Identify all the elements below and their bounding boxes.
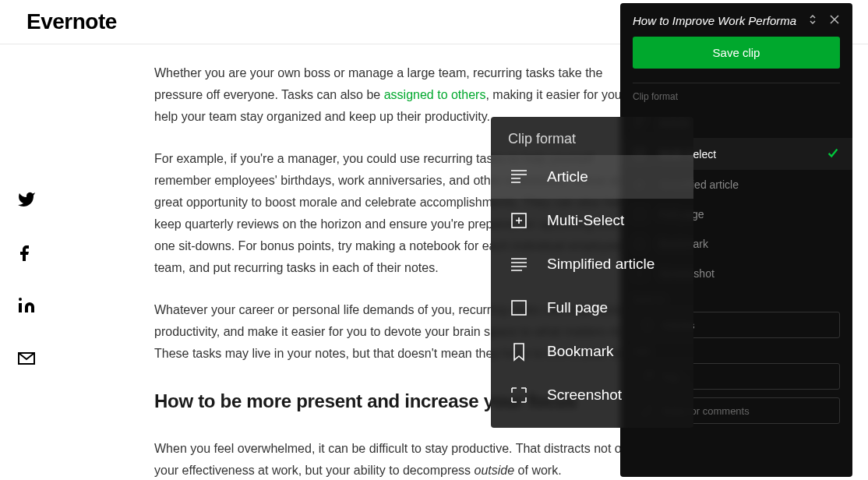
clipper-header: How to Improve Work Performan — [620, 3, 852, 37]
paragraph: When you feel overwhelmed, it can be dif… — [154, 438, 653, 480]
linkedin-icon[interactable] — [17, 296, 36, 318]
simplified-icon — [508, 253, 530, 275]
popup-option-screenshot[interactable]: Screenshot — [491, 373, 693, 417]
option-label: Multi-Select — [547, 212, 624, 229]
brand-name: Evernote — [26, 9, 117, 34]
facebook-icon[interactable] — [17, 243, 36, 265]
svg-rect-5 — [512, 301, 526, 315]
twitter-icon[interactable] — [17, 190, 36, 212]
text-italic: outside — [475, 464, 515, 477]
popup-option-article[interactable]: Article — [491, 155, 693, 199]
popup-option-multiselect[interactable]: Multi-Select — [491, 199, 693, 242]
clip-title: How to Improve Work Performan — [633, 14, 796, 27]
brand-logo[interactable]: Evernote — [20, 9, 117, 34]
social-share-bar — [17, 190, 36, 371]
option-label: Bookmark — [547, 343, 614, 360]
option-label: Screenshot — [547, 386, 622, 404]
popup-option-bookmark[interactable]: Bookmark — [491, 330, 693, 373]
divider — [633, 83, 840, 83]
clip-format-popup: Clip format Article Multi-Select Simplif… — [491, 117, 693, 428]
article-icon — [508, 166, 530, 188]
screenshot-icon — [508, 384, 530, 406]
option-label: Full page — [547, 299, 608, 316]
assigned-to-others-link[interactable]: assigned to others — [384, 88, 486, 101]
email-icon[interactable] — [17, 349, 36, 371]
close-icon[interactable] — [829, 14, 840, 27]
text: When you feel overwhelmed, it can be dif… — [154, 442, 637, 477]
clip-format-label: Clip format — [620, 91, 852, 108]
option-label: Article — [547, 168, 588, 185]
save-clip-button[interactable]: Save clip — [633, 37, 840, 69]
multiselect-icon — [508, 210, 530, 231]
fullpage-icon — [508, 297, 530, 319]
bookmark-icon — [508, 341, 530, 362]
popup-title: Clip format — [491, 131, 693, 155]
text: of work. — [514, 464, 561, 477]
popup-option-fullpage[interactable]: Full page — [491, 286, 693, 330]
check-icon — [826, 146, 840, 162]
option-label: Simplified article — [547, 256, 655, 273]
popup-option-simplified[interactable]: Simplified article — [491, 242, 693, 286]
sort-icon[interactable] — [807, 14, 818, 27]
